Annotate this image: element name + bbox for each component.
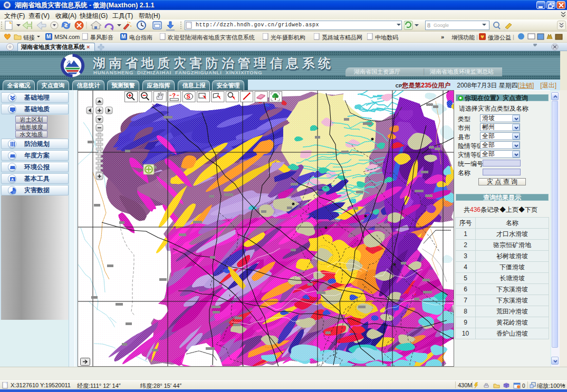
svg-text:A: A	[11, 178, 14, 181]
svg-text:0: 0	[522, 383, 525, 389]
svg-text:?: ?	[172, 92, 176, 99]
svg-text:8: 8	[427, 22, 430, 29]
svg-text:S: S	[187, 93, 190, 100]
svg-text:Google: Google	[434, 23, 449, 28]
svg-text:M: M	[46, 34, 51, 40]
svg-text:M: M	[121, 34, 126, 40]
